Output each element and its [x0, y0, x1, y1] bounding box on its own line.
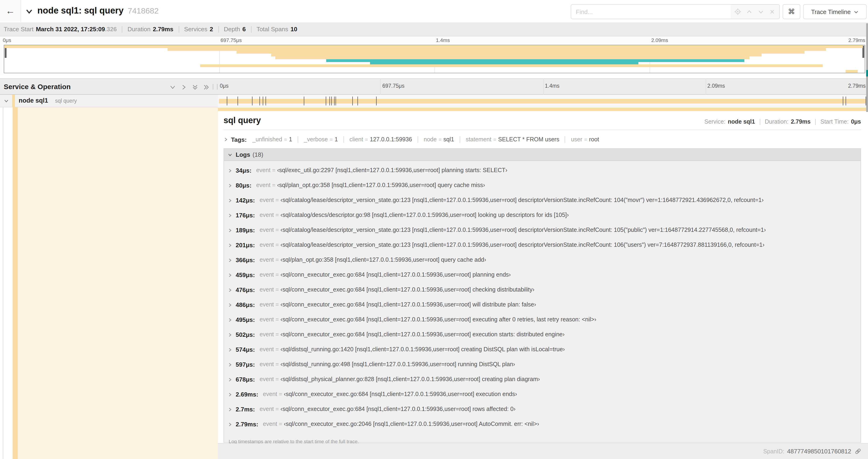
minimap-span-bar [326, 59, 744, 62]
trace-title-chevron-down-icon[interactable] [25, 7, 33, 15]
tags-accordion[interactable]: Tags: _unfinished=1_verbose=1client=127.… [223, 133, 861, 145]
log-field-equals: = [277, 421, 284, 427]
log-row[interactable]: 2.69ms:event = ‹sql/conn_executor_exec.g… [224, 391, 861, 406]
log-field-value: ‹sql/conn_executor_exec.go:2046 [nsql1,c… [284, 421, 539, 427]
expand-one-icon[interactable] [180, 84, 187, 91]
logs-header[interactable]: Logs (18) [224, 149, 861, 161]
next-result-icon[interactable] [756, 7, 765, 16]
span-row-name-cell[interactable]: node sql1 sql query [0, 95, 218, 107]
log-row[interactable]: 142μs:event = ‹sql/catalog/lease/descrip… [224, 197, 861, 212]
span-log-marker[interactable] [252, 97, 252, 105]
collapse-all-icon[interactable] [191, 84, 198, 91]
prev-result-icon[interactable] [745, 7, 754, 16]
summary-item-value: 2.79ms [153, 26, 174, 33]
span-log-marker[interactable] [266, 97, 266, 105]
scrollbar[interactable] [866, 23, 868, 112]
indent-guide-line [3, 107, 3, 459]
log-row[interactable]: 495μs:event = ‹sql/conn_executor_exec.go… [224, 316, 861, 331]
span-detail-meta: Service:node sql1Duration:2.79msStart Ti… [705, 119, 861, 125]
collapse-one-icon[interactable] [169, 84, 176, 91]
span-log-marker[interactable] [865, 97, 866, 105]
log-row[interactable]: 574μs:event = ‹sql/distsql_running.go:14… [224, 346, 861, 361]
log-field-equals: = [274, 197, 281, 203]
minimap-tick-label: 697.75μs [220, 37, 242, 43]
span-log-marker[interactable] [334, 97, 335, 105]
tag-value: 1 [289, 136, 292, 143]
summary-separator [179, 26, 179, 32]
span-detail-title[interactable]: sql query [223, 116, 261, 126]
minimap-span-bar [846, 70, 858, 73]
log-field-value: ‹sql/distsql_physical_planner.go:828 [ns… [280, 376, 540, 383]
span-log-marker[interactable] [263, 97, 264, 105]
column-resizer-grip[interactable] [213, 84, 217, 90]
span-log-marker[interactable] [326, 97, 326, 105]
span-log-marker[interactable] [260, 97, 260, 105]
locate-icon[interactable] [734, 7, 742, 16]
summary-item-value: 10 [290, 26, 297, 33]
expand-all-icon[interactable] [203, 84, 210, 91]
summary-separator [218, 26, 219, 32]
span-log-marker[interactable] [845, 97, 846, 105]
logs-footnote: Log timestamps are relative to the start… [224, 436, 861, 444]
log-row[interactable]: 176μs:event = ‹sql/catalog/descs/descrip… [224, 212, 861, 227]
clear-search-icon[interactable]: ✕ [768, 7, 776, 16]
keyboard-shortcuts-button[interactable]: ⌘ [783, 4, 800, 19]
log-field: event = ‹sql/conn_executor_exec.go:684 [… [263, 391, 517, 397]
log-row[interactable]: 366μs:event = ‹sql/plan_opt.go:358 [nsql… [224, 257, 861, 271]
log-field: event = ‹sql/catalog/descs/descriptor.go… [259, 212, 569, 218]
timeline-tick-label: 2.79ms [848, 83, 866, 89]
span-log-marker[interactable] [332, 97, 332, 105]
tags-chevron-right-icon [223, 137, 228, 142]
log-row[interactable]: 34μs:event = ‹sql/exec_util.go:2297 [nsq… [224, 167, 861, 182]
log-chevron-right-icon [228, 407, 232, 412]
tag-key: client [349, 136, 363, 143]
log-row[interactable]: 678μs:event = ‹sql/distsql_physical_plan… [224, 376, 861, 391]
tag-equals: = [365, 137, 368, 142]
timeline-tick-label: 0μs [220, 83, 229, 89]
span-log-marker[interactable] [304, 97, 304, 105]
back-button[interactable]: ← [0, 0, 21, 22]
meta-label: Start Time: [820, 119, 849, 125]
log-row[interactable]: 459μs:event = ‹sql/conn_executor_exec.go… [224, 271, 861, 286]
minimap-canvas[interactable] [4, 45, 865, 73]
log-chevron-right-icon [228, 258, 232, 263]
log-row[interactable]: 486μs:event = ‹sql/conn_executor_exec.go… [224, 301, 861, 316]
span-log-marker[interactable] [238, 97, 238, 105]
log-field-value: ‹sql/plan_opt.go:358 [nsql1,client=127.0… [280, 257, 486, 263]
span-log-marker[interactable] [330, 97, 330, 105]
span-log-marker[interactable] [226, 97, 227, 105]
deep-link-icon[interactable] [855, 448, 862, 455]
span-duration-bar[interactable] [219, 99, 866, 104]
log-row[interactable]: 80μs:event = ‹sql/plan_opt.go:358 [nsql1… [224, 182, 861, 197]
log-row[interactable]: 201μs:event = ‹sql/catalog/lease/descrip… [224, 242, 861, 257]
span-log-marker[interactable] [352, 97, 352, 105]
tag-key: user [571, 136, 582, 143]
span-log-marker[interactable] [376, 97, 377, 105]
log-row[interactable]: 502μs:event = ‹sql/conn_executor_exec.go… [224, 331, 861, 346]
summary-item-value-fraction: .326 [105, 26, 117, 33]
trace-name: node sql1: sql query [37, 6, 124, 15]
log-field-key: event [259, 227, 274, 233]
tag-item: _verbose=1 [304, 136, 338, 143]
log-field-key: event [259, 361, 274, 368]
log-row[interactable]: 189μs:event = ‹sql/catalog/lease/descrip… [224, 227, 861, 242]
meta-separator [760, 119, 760, 125]
timeline-header-row: Service & Operation 0μs697.75μs1.4ms2.09… [0, 78, 868, 95]
span-log-marker[interactable] [358, 97, 358, 105]
tag-separator [460, 136, 460, 143]
view-mode-dropdown[interactable]: Trace Timeline [803, 4, 867, 19]
log-field-equals: = [271, 167, 277, 173]
minimap-span-bar [200, 65, 823, 67]
log-row[interactable]: 597μs:event = ‹sql/distsql_running.go:49… [224, 361, 861, 376]
span-collapse-chevron-icon[interactable] [4, 98, 9, 104]
log-row[interactable]: 476μs:event = ‹sql/conn_executor_exec.go… [224, 286, 861, 301]
span-row-timeline-cell[interactable] [218, 95, 868, 107]
log-row[interactable]: 2.7ms:event = ‹sql/conn_executor_exec.go… [224, 406, 861, 421]
span-log-marker[interactable] [335, 97, 336, 105]
log-row[interactable]: 2.79ms:event = ‹sql/conn_executor_exec.g… [224, 421, 861, 436]
log-chevron-right-icon [228, 318, 232, 322]
span-log-marker[interactable] [843, 97, 843, 105]
logs-accordion: Logs (18) 34μs:event = ‹sql/exec_util.go… [223, 148, 861, 443]
find-input[interactable] [571, 5, 731, 19]
summary-separator [251, 26, 251, 32]
